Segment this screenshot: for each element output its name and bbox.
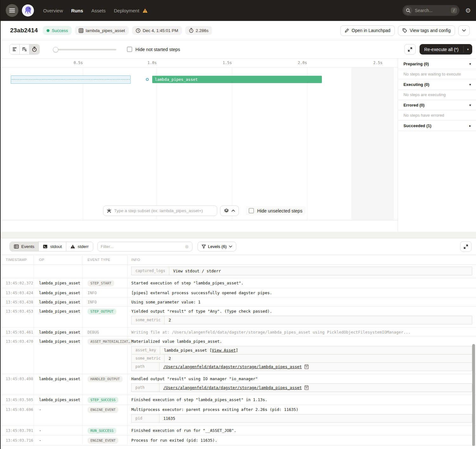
metadata-value-text: 11635 <box>163 416 175 421</box>
hide-not-started-control[interactable]: Hide not started steps <box>127 47 180 52</box>
view-tags-config-button[interactable]: View tags and config <box>398 25 455 36</box>
view-mode-waterfall-button[interactable] <box>20 44 29 54</box>
event-row[interactable]: 13:45:03.498lambda_pipes_assetHANDLED_OU… <box>1 374 476 395</box>
event-row[interactable]: 13:45:03.453lambda_pipes_assetSTEP_OUTPU… <box>1 307 476 328</box>
run-duration-pill: 2.286s <box>185 26 212 35</box>
levels-dropdown[interactable]: Levels (6) <box>198 242 236 251</box>
event-timestamp: 13:45:03.470 <box>6 339 33 344</box>
event-type-cell: ENGINE_EVENT <box>82 405 127 426</box>
event-info-cell: Using some_parameter value: 1 <box>127 297 476 306</box>
search-input[interactable] <box>415 8 445 13</box>
sidebar-section-header[interactable]: Errored (0)▾ <box>398 100 476 110</box>
copy-to-clipboard-icon[interactable] <box>304 364 309 369</box>
settings-gear-icon[interactable]: ⚙ <box>465 7 471 14</box>
tab-events[interactable]: Events <box>10 242 39 251</box>
event-row[interactable]: 13:45:03.701-RUN_SUCCESSFinished executi… <box>1 426 476 436</box>
axis-gridline <box>232 68 232 220</box>
hide-unselected-control[interactable]: Hide unselected steps <box>245 206 306 215</box>
hide-not-started-checkbox[interactable] <box>127 47 132 52</box>
gantt-view-mode-group <box>10 44 40 55</box>
nav-item-runs[interactable]: Runs <box>71 8 83 13</box>
event-row[interactable]: 13:45:03.505lambda_pipes_assetSTEP_SUCCE… <box>1 395 476 405</box>
sidebar-section-header[interactable]: Preparing (0)▾ <box>398 59 476 69</box>
reexecute-dropdown-button[interactable]: ▾ <box>464 44 472 55</box>
gantt-fullscreen-button[interactable] <box>404 44 416 55</box>
log-scrollbar[interactable] <box>472 344 475 446</box>
metadata-value-text: 2 <box>168 318 171 322</box>
nav-links: OverviewRunsAssetsDeployment <box>43 8 148 13</box>
col-event-type: EVENT TYPE <box>82 255 127 264</box>
caret-down-icon: ▾ <box>467 48 469 51</box>
sidebar-section-header[interactable]: Succeeded (1)▸ <box>398 120 476 131</box>
axis-tick-label: 1.0s <box>147 61 157 65</box>
event-message: Writing file at: /Users/alangenfeld/data… <box>131 329 473 335</box>
metadata-path-link[interactable]: /Users/alangenfeld/data/dagster/storage/… <box>163 364 302 369</box>
event-timestamp: 13:45:03.701 <box>6 428 33 433</box>
dagster-logo-icon[interactable] <box>22 4 34 17</box>
event-type-badge: ENGINE_EVENT <box>88 407 118 413</box>
reexecute-all-button[interactable]: Re-execute all (*) <box>420 44 463 55</box>
waterfall-view-icon <box>22 47 27 51</box>
clear-filter-icon[interactable]: ⊗ <box>185 244 189 250</box>
event-type-cell: RUN_SUCCESS <box>82 426 127 435</box>
sidebar-section-header[interactable]: Executing (0)▾ <box>398 79 476 89</box>
event-row[interactable]: captured_logsView stdout / stderr <box>1 265 476 278</box>
gantt-zoom-slider[interactable] <box>53 44 116 54</box>
event-row[interactable]: 13:45:03.716-ENGINE_EVENTProcess for run… <box>1 436 476 446</box>
nav-item-deployment[interactable]: Deployment <box>114 8 139 13</box>
event-type-cell <box>82 265 127 278</box>
slider-track[interactable] <box>53 49 116 50</box>
event-row[interactable]: 13:45:02.372lambda_pipes_assetSTEP_START… <box>1 278 476 288</box>
event-row[interactable]: 13:45:03.470lambda_pipes_assetASSET_MATE… <box>1 337 476 374</box>
view-asset-link[interactable]: View Asset <box>212 348 236 353</box>
run-header: 23ab2414 Success lambda_pipes_asset Dec … <box>1 21 476 40</box>
run-more-actions-button[interactable] <box>458 25 470 36</box>
metadata-row: some_metric2 <box>131 316 472 324</box>
tab-stderr[interactable]: stderr <box>66 242 93 251</box>
event-timestamp-cell <box>1 265 34 278</box>
hide-unselected-checkbox[interactable] <box>249 208 254 213</box>
copy-to-clipboard-icon[interactable] <box>304 385 309 390</box>
open-in-launchpad-button[interactable]: Open in Launchpad <box>340 25 395 36</box>
sidebar-empty-message: No steps are waiting to execute <box>398 69 476 79</box>
log-filter-input[interactable] <box>101 244 185 249</box>
reexecute-split-button: Re-execute all (*) ▾ <box>420 44 472 55</box>
global-search[interactable]: / <box>402 5 460 16</box>
hamburger-menu-button[interactable] <box>6 4 18 17</box>
axis-gridline <box>307 68 307 220</box>
event-row[interactable]: 13:45:03.696-ENGINE_EVENTMultiprocess ex… <box>1 405 476 426</box>
log-toolbar: Events stdout stderr ⊗ Levels <box>1 238 476 255</box>
event-op: lambda_pipes_asset <box>39 309 80 314</box>
metadata-value-text: 2 <box>168 356 171 361</box>
event-row[interactable]: 13:45:03.424lambda_pipes_assetINFO[pipes… <box>1 288 476 297</box>
event-type-badge: STEP_START <box>88 280 114 286</box>
log-fullscreen-button[interactable] <box>460 241 472 252</box>
event-row[interactable]: 13:45:03.461lambda_pipes_assetDEBUGWriti… <box>1 328 476 337</box>
gantt-step-bar[interactable]: lambda_pipes_asset <box>152 76 322 83</box>
nav-item-assets[interactable]: Assets <box>91 8 106 13</box>
event-info-cell: Started execution of step "lambda_pipes_… <box>127 278 476 288</box>
metadata-path-link[interactable]: /Users/alangenfeld/data/dagster/storage/… <box>163 385 302 390</box>
view-mode-flat-button[interactable] <box>10 44 20 54</box>
slider-knob[interactable] <box>53 47 58 52</box>
layers-icon <box>224 208 229 213</box>
event-row[interactable]: 13:45:03.438lambda_pipes_assetINFOUsing … <box>1 297 476 307</box>
job-name-pill[interactable]: lambda_pipes_asset <box>75 26 129 35</box>
event-message: Handled output "result" using IO manager… <box>131 376 473 381</box>
nav-item-overview[interactable]: Overview <box>43 8 63 13</box>
event-type-cell: INFO <box>82 297 127 306</box>
metadata-value: 11635 <box>160 414 179 422</box>
tab-stdout[interactable]: stdout <box>39 242 66 251</box>
step-subset-options-button[interactable] <box>220 205 239 216</box>
sidebar-empty-message: No steps have errored <box>398 110 476 120</box>
event-op: - <box>39 428 41 433</box>
panel-splitter[interactable] <box>1 232 476 238</box>
event-op: lambda_pipes_asset <box>39 330 80 335</box>
event-message: Using some_parameter value: 1 <box>131 299 473 304</box>
metadata-value: /Users/alangenfeld/data/dagster/storage/… <box>160 363 312 371</box>
caret-down-icon: ▾ <box>469 62 471 66</box>
view-mode-timed-button[interactable] <box>29 44 39 54</box>
event-type-cell: ASSET_MATERIALIZAT… <box>82 337 127 374</box>
step-subset-input[interactable] <box>114 208 209 213</box>
metadata-row: captured_logsView stdout / stderr <box>131 267 472 275</box>
